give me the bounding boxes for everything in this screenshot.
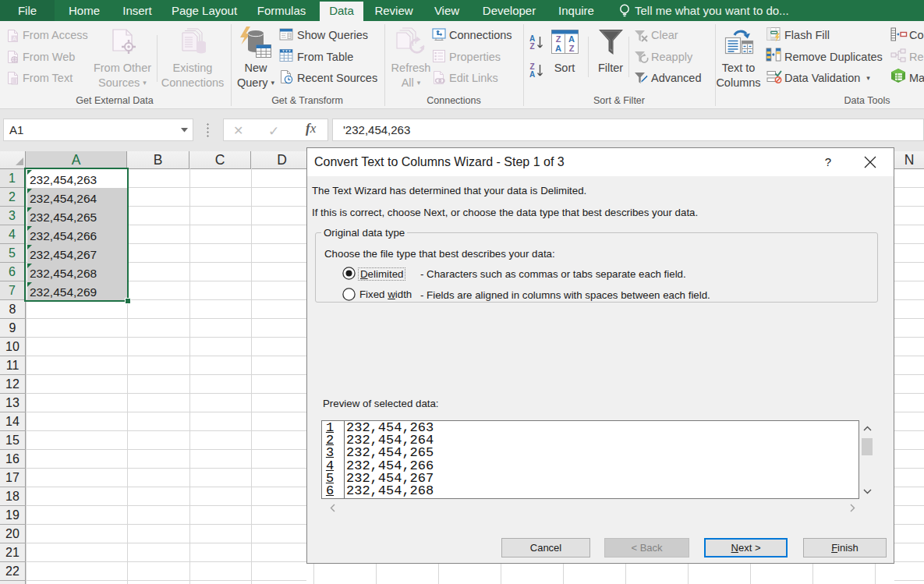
svg-text:A: A	[529, 70, 535, 79]
svg-text:Z: Z	[529, 42, 534, 51]
svg-text:Z: Z	[569, 44, 575, 53]
svg-text:A: A	[568, 34, 575, 44]
svg-text:A: A	[12, 35, 16, 42]
svg-text:A: A	[555, 44, 561, 53]
svg-text:Z: Z	[556, 34, 561, 44]
